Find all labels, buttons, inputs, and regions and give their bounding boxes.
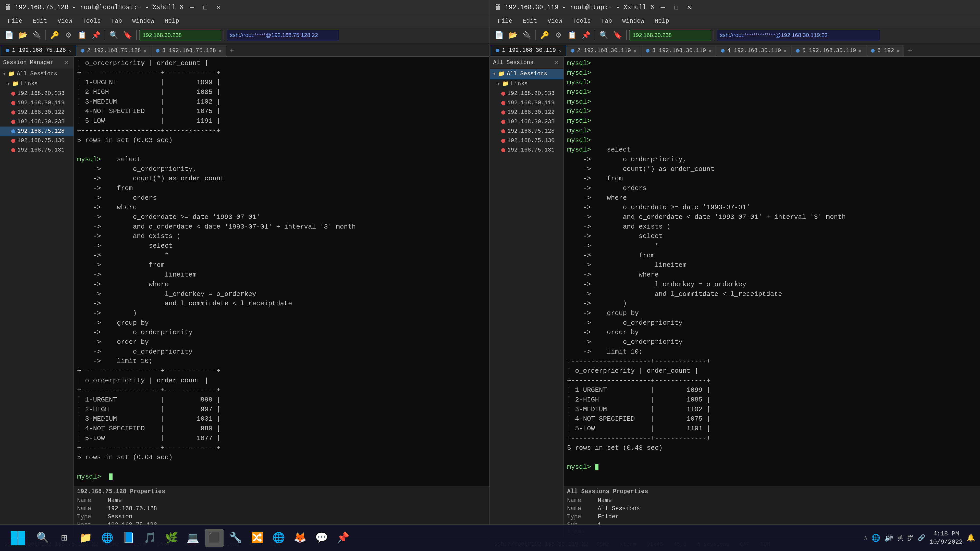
right-tab-1-close[interactable]: ✕	[558, 48, 561, 53]
left-tab-1[interactable]: 1 192.168.75.128 ✕	[1, 45, 76, 56]
left-menu-view[interactable]: View	[53, 16, 77, 26]
left-toolbar-copy[interactable]: 📋	[76, 29, 88, 41]
left-tab-add[interactable]: +	[226, 45, 237, 56]
left-addr1-input[interactable]	[139, 30, 221, 41]
right-menu-tools[interactable]: Tools	[568, 16, 595, 26]
tray-notifications[interactable]: 🔔	[967, 534, 975, 542]
right-toolbar-settings[interactable]: ⚙	[552, 29, 565, 41]
left-menu-edit[interactable]: Edit	[28, 16, 52, 26]
right-menu-view[interactable]: View	[543, 16, 567, 26]
right-tree-host-5[interactable]: 192.168.75.128	[490, 127, 563, 136]
right-tab-3-close[interactable]: ✕	[708, 48, 711, 54]
right-toolbar-open[interactable]: 📂	[507, 29, 519, 41]
left-tab-2[interactable]: 2 192.168.75.128 ✕	[76, 45, 151, 56]
taskbar-git[interactable]: 🔀	[248, 529, 266, 547]
right-tree-links[interactable]: ▼ 📁 Links	[490, 79, 563, 89]
right-close-button[interactable]: ✕	[684, 3, 695, 12]
taskbar-browser1[interactable]: 🌐	[98, 529, 116, 547]
left-terminal[interactable]: | o_orderpriority | order_count | +-----…	[74, 57, 489, 486]
system-clock[interactable]: 4:18 PM 10/9/2022	[929, 530, 963, 546]
taskbar-app3[interactable]: 📌	[334, 529, 352, 547]
right-menu-window[interactable]: Window	[617, 16, 649, 26]
right-tree-host-2[interactable]: 192.168.30.119	[490, 98, 563, 108]
right-tab-1[interactable]: 1 192.168.30.119 ✕	[491, 45, 566, 56]
left-toolbar-bookmark[interactable]: 🔖	[121, 29, 134, 41]
left-tab-3-close[interactable]: ✕	[218, 48, 221, 54]
right-menu-edit[interactable]: Edit	[518, 16, 542, 26]
taskbar-onenote[interactable]: 📘	[119, 529, 138, 547]
left-tab-3[interactable]: 3 192.168.75.128 ✕	[151, 45, 226, 56]
right-tab-4[interactable]: 4 192.168.30.119 ✕	[716, 45, 791, 56]
right-tree-host-6[interactable]: 192.168.75.130	[490, 136, 563, 145]
right-toolbar-key[interactable]: 🔑	[538, 29, 551, 41]
right-tree-host-1[interactable]: 192.168.20.233	[490, 89, 563, 98]
right-tree-all-sessions[interactable]: ▼ 📁 All Sessions	[490, 69, 563, 79]
left-toolbar-new[interactable]: 📄	[3, 29, 15, 41]
taskbar-wechat[interactable]: 💬	[312, 529, 331, 547]
taskbar-terminal[interactable]: ⬛	[205, 529, 224, 547]
tray-arrow[interactable]: ∧	[864, 534, 867, 541]
left-tree-host-5[interactable]: 192.168.75.128	[0, 127, 73, 136]
left-menu-window[interactable]: Window	[127, 16, 159, 26]
right-tab-5-close[interactable]: ✕	[859, 48, 862, 54]
right-tree-host-7[interactable]: 192.168.75.131	[490, 145, 563, 155]
right-tree-host-3[interactable]: 192.168.30.122	[490, 108, 563, 117]
right-tab-5[interactable]: 5 192.168.30.119 ✕	[791, 45, 866, 56]
right-tab-6[interactable]: 6 192 ✕	[866, 45, 904, 56]
left-close-button[interactable]: ✕	[213, 3, 224, 12]
right-sidebar-close[interactable]: ✕	[552, 59, 560, 67]
taskbar-vscode[interactable]: 💻	[184, 529, 202, 547]
taskbar-vivaldi[interactable]: 🦊	[291, 529, 309, 547]
right-toolbar-bookmark[interactable]: 🔖	[611, 29, 624, 41]
left-toolbar-paste[interactable]: 📌	[90, 29, 102, 41]
taskbar-taskview[interactable]: ⊞	[55, 529, 73, 547]
right-tab-2-close[interactable]: ✕	[633, 48, 636, 54]
left-tree-host-1[interactable]: 192.168.20.233	[0, 89, 73, 98]
left-toolbar-key[interactable]: 🔑	[48, 29, 61, 41]
right-tree-host-4[interactable]: 192.168.30.238	[490, 117, 563, 127]
taskbar-search[interactable]: 🔍	[34, 529, 52, 547]
left-toolbar-search[interactable]: 🔍	[108, 29, 120, 41]
right-toolbar-paste[interactable]: 📌	[580, 29, 592, 41]
left-menu-help[interactable]: Help	[160, 16, 184, 26]
left-toolbar-open[interactable]: 📂	[17, 29, 29, 41]
left-toolbar-connect[interactable]: 🔌	[30, 29, 43, 41]
taskbar-explorer[interactable]: 📁	[76, 529, 95, 547]
left-minimize-button[interactable]: ─	[186, 3, 197, 12]
left-maximize-button[interactable]: □	[200, 3, 211, 12]
right-maximize-button[interactable]: □	[670, 3, 682, 12]
right-menu-file[interactable]: File	[493, 16, 517, 26]
right-toolbar-search[interactable]: 🔍	[598, 29, 610, 41]
right-minimize-button[interactable]: ─	[657, 3, 668, 12]
left-menu-tab[interactable]: Tab	[107, 16, 127, 26]
taskbar-app2[interactable]: 🌿	[162, 529, 181, 547]
right-toolbar-connect[interactable]: 🔌	[520, 29, 533, 41]
right-addr1-input[interactable]	[629, 30, 711, 41]
left-tree-links[interactable]: ▼ 📁 Links	[0, 79, 73, 89]
taskbar-devtools[interactable]: 🔧	[227, 529, 245, 547]
right-tab-6-close[interactable]: ✕	[897, 48, 899, 54]
right-toolbar-new[interactable]: 📄	[493, 29, 505, 41]
right-terminal[interactable]: mysql> mysql> mysql> mysql> mysql> mysql…	[564, 57, 980, 486]
right-addr2-input[interactable]	[717, 30, 880, 41]
left-tree-host-6[interactable]: 192.168.75.130	[0, 136, 73, 145]
right-tab-4-close[interactable]: ✕	[783, 48, 786, 54]
right-menu-help[interactable]: Help	[650, 16, 674, 26]
right-tab-add[interactable]: +	[904, 45, 915, 56]
right-toolbar-copy[interactable]: 📋	[566, 29, 578, 41]
right-tab-3[interactable]: 3 192.168.30.119 ✕	[641, 45, 716, 56]
left-menu-file[interactable]: File	[3, 16, 27, 26]
left-tree-host-4[interactable]: 192.168.30.238	[0, 117, 73, 127]
left-toolbar-settings[interactable]: ⚙	[62, 29, 75, 41]
left-tree-all-sessions[interactable]: ▼ 📁 All Sessions	[0, 69, 73, 79]
start-button[interactable]	[5, 528, 30, 548]
left-tab-2-close[interactable]: ✕	[143, 48, 146, 54]
left-menu-tools[interactable]: Tools	[78, 16, 105, 26]
right-tab-2[interactable]: 2 192.168.30.119 ✕	[566, 45, 641, 56]
left-sidebar-close[interactable]: ✕	[62, 59, 70, 67]
left-tree-host-3[interactable]: 192.168.30.122	[0, 108, 73, 117]
left-tree-host-7[interactable]: 192.168.75.131	[0, 145, 73, 155]
left-tab-1-close[interactable]: ✕	[68, 48, 71, 53]
right-menu-tab[interactable]: Tab	[597, 16, 617, 26]
left-tree-host-2[interactable]: 192.168.30.119	[0, 98, 73, 108]
